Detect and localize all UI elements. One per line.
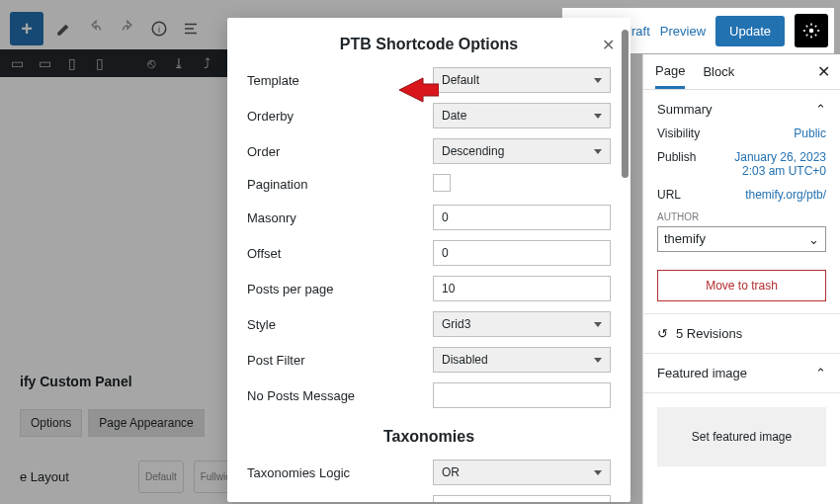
modal-scrollbar[interactable] bbox=[622, 30, 629, 178]
no-posts-message-label: No Posts Message bbox=[247, 388, 433, 403]
order-value: Descending bbox=[442, 144, 504, 158]
publish-value[interactable]: January 26, 2023 2:03 am UTC+0 bbox=[717, 150, 826, 178]
posts-per-page-input[interactable]: 10 bbox=[433, 276, 611, 301]
style-label: Style bbox=[247, 317, 433, 332]
add-block-button[interactable]: + bbox=[10, 12, 43, 45]
preview-link[interactable]: Preview bbox=[660, 24, 706, 39]
export-icon[interactable]: ⤴ bbox=[198, 54, 215, 72]
page-layout-label: e Layout bbox=[20, 469, 128, 484]
author-select[interactable]: themify ⌄ bbox=[657, 226, 826, 252]
orderby-select[interactable]: Date bbox=[433, 103, 611, 128]
featured-image-label: Featured image bbox=[657, 366, 747, 380]
masonry-value: 0 bbox=[442, 210, 449, 224]
url-value[interactable]: themify.org/ptb/ bbox=[745, 188, 826, 202]
chevron-up-icon: ⌃ bbox=[815, 102, 826, 117]
chevron-down-icon: ⌄ bbox=[808, 232, 819, 247]
set-featured-image-button[interactable]: Set featured image bbox=[657, 407, 826, 466]
post-filter-select[interactable]: Disabled bbox=[433, 347, 611, 373]
close-modal-icon[interactable]: ✕ bbox=[602, 36, 615, 54]
summary-label: Summary bbox=[657, 102, 713, 117]
author-label: AUTHOR bbox=[657, 211, 826, 222]
visibility-label: Visibility bbox=[657, 126, 700, 140]
no-posts-message-input[interactable] bbox=[433, 382, 611, 408]
import-icon[interactable]: ⤓ bbox=[170, 54, 188, 72]
featured-image-section-header[interactable]: Featured image ⌃ bbox=[657, 366, 826, 380]
tablet-portrait-icon[interactable]: ▯ bbox=[63, 54, 81, 72]
post-filter-value: Disabled bbox=[442, 353, 488, 367]
taxonomies-heading: Taxonomies bbox=[247, 428, 611, 446]
orderby-label: Orderby bbox=[247, 109, 433, 124]
chevron-up-icon: ⌃ bbox=[815, 366, 826, 380]
undo-icon[interactable] bbox=[85, 18, 107, 40]
taxonomies-logic-select[interactable]: OR bbox=[433, 460, 611, 485]
property-types-multiselect[interactable]: --- Condo ( 5 ) Detached ( 4 ) bbox=[433, 495, 611, 502]
offset-value: 0 bbox=[442, 246, 449, 260]
set-featured-image-label: Set featured image bbox=[692, 430, 792, 444]
url-label: URL bbox=[657, 188, 681, 202]
masonry-input[interactable]: 0 bbox=[433, 205, 611, 230]
offset-input[interactable]: 0 bbox=[433, 240, 611, 266]
preview-link-icon[interactable]: ⎋ bbox=[142, 54, 160, 72]
orderby-value: Date bbox=[442, 109, 466, 123]
property-types-option[interactable]: --- bbox=[442, 500, 602, 502]
property-types-label: Property Types bbox=[247, 495, 433, 502]
taxonomies-logic-value: OR bbox=[442, 465, 460, 479]
info-icon[interactable]: i bbox=[148, 18, 170, 40]
pagination-checkbox[interactable] bbox=[433, 174, 451, 192]
revisions-text: 5 Revisions bbox=[676, 326, 742, 341]
svg-point-2 bbox=[809, 29, 814, 34]
offset-label: Offset bbox=[247, 246, 433, 261]
edit-icon[interactable] bbox=[53, 18, 75, 40]
move-to-trash-button[interactable]: Move to trash bbox=[657, 270, 826, 301]
close-sidebar-icon[interactable]: ✕ bbox=[817, 62, 830, 81]
pagination-label: Pagination bbox=[247, 177, 433, 192]
history-icon: ↺ bbox=[657, 326, 668, 341]
order-label: Order bbox=[247, 144, 433, 159]
posts-per-page-value: 10 bbox=[442, 282, 455, 295]
order-select[interactable]: Descending bbox=[433, 138, 611, 164]
modal-title: PTB Shortcode Options bbox=[227, 18, 630, 67]
visibility-value[interactable]: Public bbox=[794, 126, 826, 140]
revisions-row[interactable]: ↺ 5 Revisions bbox=[643, 314, 840, 354]
style-select[interactable]: Grid3 bbox=[433, 311, 611, 337]
settings-button[interactable] bbox=[795, 14, 828, 47]
svg-text:i: i bbox=[158, 25, 160, 35]
tab-block[interactable]: Block bbox=[703, 56, 734, 87]
tab-options[interactable]: Options bbox=[20, 409, 82, 437]
masonry-label: Masonry bbox=[247, 210, 433, 225]
tablet-landscape-icon[interactable]: ▭ bbox=[36, 54, 53, 72]
inspector-sidebar: Page Block ✕ Summary ⌃ Visibility Public… bbox=[642, 54, 840, 504]
layout-default-button[interactable]: Default bbox=[138, 461, 184, 493]
author-value: themify bbox=[664, 231, 706, 246]
template-value: Default bbox=[442, 73, 479, 87]
callout-arrow-icon bbox=[399, 75, 439, 108]
outline-icon[interactable] bbox=[180, 18, 202, 40]
taxonomies-logic-label: Taxonomies Logic bbox=[247, 465, 433, 480]
summary-section-header[interactable]: Summary ⌃ bbox=[657, 102, 826, 117]
tab-page-appearance[interactable]: Page Appearance bbox=[88, 409, 204, 437]
template-select[interactable]: Default bbox=[433, 67, 611, 93]
publish-label: Publish bbox=[657, 150, 696, 178]
update-button[interactable]: Update bbox=[715, 16, 785, 46]
svg-marker-3 bbox=[399, 78, 439, 102]
posts-per-page-label: Posts per page bbox=[247, 282, 433, 296]
post-filter-label: Post Filter bbox=[247, 353, 433, 368]
mobile-view-icon[interactable]: ▯ bbox=[91, 54, 109, 72]
tab-page[interactable]: Page bbox=[655, 55, 685, 89]
desktop-view-icon[interactable]: ▭ bbox=[8, 54, 26, 72]
redo-icon[interactable] bbox=[117, 18, 138, 40]
style-value: Grid3 bbox=[442, 317, 470, 331]
